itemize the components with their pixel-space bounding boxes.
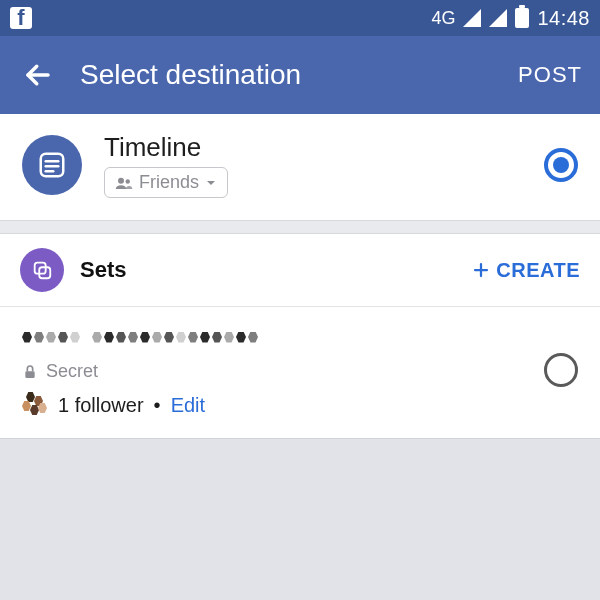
svg-point-6 — [126, 179, 131, 184]
back-button[interactable] — [18, 55, 58, 95]
create-set-button[interactable]: CREATE — [472, 259, 580, 282]
sets-header: Sets CREATE — [0, 234, 600, 307]
follower-row: 1 follower • Edit — [22, 392, 526, 418]
clock: 14:48 — [537, 7, 590, 30]
chevron-down-icon — [205, 177, 217, 189]
facebook-logo-icon: f — [10, 7, 32, 29]
svg-rect-11 — [25, 371, 34, 378]
timeline-section: Timeline Friends — [0, 114, 600, 220]
follower-avatar — [22, 392, 48, 418]
privacy-selector[interactable]: Friends — [104, 167, 228, 198]
section-divider — [0, 220, 600, 234]
create-label: CREATE — [496, 259, 580, 282]
secret-label: Secret — [46, 361, 98, 382]
empty-area — [0, 438, 600, 600]
set-item-name-redacted — [22, 323, 526, 351]
lock-icon — [22, 363, 38, 381]
friends-icon — [115, 176, 133, 190]
app-bar: Select destination POST — [0, 36, 600, 114]
set-list-item[interactable]: Secret 1 follower • Edit — [0, 307, 600, 438]
edit-link[interactable]: Edit — [171, 394, 205, 417]
signal-icon-2 — [489, 9, 507, 27]
text-lines-icon — [37, 150, 67, 180]
set-privacy-row: Secret — [22, 361, 526, 382]
set-item-content: Secret 1 follower • Edit — [22, 323, 526, 418]
signal-icon — [463, 9, 481, 27]
destination-timeline[interactable]: Timeline Friends — [0, 114, 600, 220]
timeline-icon — [22, 135, 82, 195]
follower-count: 1 follower — [58, 394, 144, 417]
set-item-radio[interactable] — [544, 353, 578, 387]
separator: • — [154, 394, 161, 417]
post-button[interactable]: POST — [518, 62, 582, 88]
status-bar-right: 4G 14:48 — [431, 7, 590, 30]
svg-point-5 — [118, 177, 124, 183]
network-label: 4G — [431, 8, 455, 29]
sets-section: Sets CREATE Secret — [0, 234, 600, 438]
timeline-radio[interactable] — [544, 148, 578, 182]
overlap-circles-icon — [31, 259, 53, 281]
arrow-left-icon — [23, 60, 53, 90]
battery-icon — [515, 8, 529, 28]
timeline-title: Timeline — [104, 132, 522, 163]
privacy-label: Friends — [139, 172, 199, 193]
timeline-text: Timeline Friends — [104, 132, 522, 198]
plus-icon — [472, 261, 490, 279]
status-bar-left: f — [10, 7, 32, 29]
page-title: Select destination — [80, 59, 518, 91]
sets-icon — [20, 248, 64, 292]
sets-title: Sets — [80, 257, 456, 283]
status-bar: f 4G 14:48 — [0, 0, 600, 36]
